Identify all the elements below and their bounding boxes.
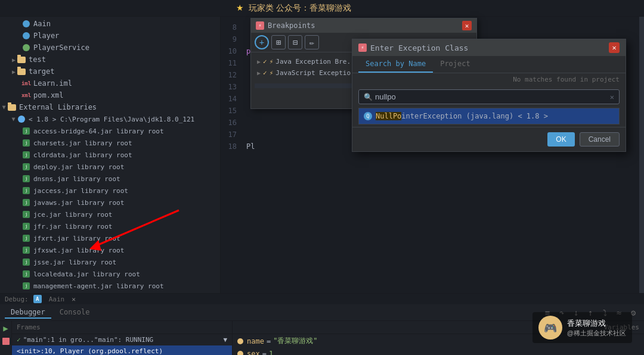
exc-search-input[interactable] bbox=[375, 92, 610, 101]
sidebar-item-jar-5[interactable]: j dnsns.jar library root bbox=[0, 173, 220, 185]
exc-result-item-0[interactable]: Q NullPointerException (java.lang) < 1.8… bbox=[359, 108, 619, 124]
debug-label: Debug: bbox=[5, 295, 29, 303]
exc-ok-button[interactable]: OK bbox=[547, 132, 574, 147]
scroll-indicator[interactable] bbox=[639, 17, 644, 293]
tab-console[interactable]: Console bbox=[54, 307, 96, 319]
exc-search-box: 🔍 ✕ bbox=[358, 89, 620, 104]
bp-config-btn1[interactable]: ⊞ bbox=[271, 35, 286, 49]
jar-icon11: j bbox=[21, 245, 31, 255]
bp-check-icon1: ✓ bbox=[263, 69, 267, 77]
var-val-0: "香菜聊游戏" bbox=[273, 336, 317, 346]
bp-config-btn2[interactable]: ⊟ bbox=[288, 35, 302, 49]
frame-label-0: "main":1 in gro..."main": RUNNING bbox=[23, 336, 154, 344]
sidebar-item-pom-xml[interactable]: xml pom.xml bbox=[0, 89, 220, 101]
jar-icon9: j bbox=[21, 222, 31, 231]
jar-icon4: j bbox=[21, 162, 31, 172]
sidebar-item-test[interactable]: ▶ test bbox=[0, 54, 220, 66]
exc-dialog-icon: ⚡ bbox=[358, 43, 367, 52]
session-close-icon[interactable]: ✕ bbox=[72, 295, 76, 303]
exc-tab-search[interactable]: Search by Name bbox=[358, 56, 433, 73]
chevron-down-icon: ▶ bbox=[1, 105, 8, 109]
exc-clear-button[interactable]: ✕ bbox=[610, 93, 614, 101]
var-name-1: sex bbox=[247, 350, 260, 355]
class-blue-icon bbox=[21, 19, 31, 29]
add-breakpoint-button[interactable]: + bbox=[255, 35, 269, 49]
star-icon: ★ bbox=[236, 3, 244, 13]
jar-icon8: j bbox=[21, 210, 31, 219]
jar-icon5: j bbox=[21, 174, 31, 183]
sidebar-item-jar-8[interactable]: j jce.jar library root bbox=[0, 208, 220, 220]
sidebar-item-jar-14[interactable]: j management-agent.jar library root bbox=[0, 280, 220, 292]
sidebar-tree: Aain Player PlayerService ▶ test ▶ targe… bbox=[0, 17, 220, 293]
debug-session-name: Aain bbox=[49, 295, 65, 303]
jar-icon1: j bbox=[21, 126, 31, 136]
exc-result-icon: Q bbox=[364, 112, 372, 120]
exc-rest-text: interException (java.lang) < 1.8 > bbox=[401, 112, 548, 120]
class-blue-icon2 bbox=[21, 31, 31, 41]
sidebar-item-aain[interactable]: Aain bbox=[0, 18, 220, 30]
sidebar-item-jar-12[interactable]: j jsse.jar library root bbox=[0, 256, 220, 268]
jar-icon10: j bbox=[21, 233, 31, 243]
sidebar-item-jar-11[interactable]: j jfxswt.jar library root bbox=[0, 244, 220, 256]
frame-item-1[interactable]: <init>:10, Player (org.pdool.reflect) bbox=[12, 345, 232, 355]
sidebar-item-jar-7[interactable]: j javaws.jar library root bbox=[0, 197, 220, 208]
sidebar-item-player[interactable]: Player bbox=[0, 30, 220, 42]
watermark-name: 香菜聊游戏 bbox=[567, 318, 626, 329]
exception-dialog: ⚡ Enter Exception Class ✕ Search by Name… bbox=[352, 39, 626, 152]
chevron-right-icon: ▶ bbox=[12, 57, 16, 63]
chevron-right-icon2: ▶ bbox=[12, 68, 16, 75]
jar-icon6: j bbox=[21, 186, 31, 195]
xml-icon: xml bbox=[21, 91, 31, 100]
exc-cancel-button[interactable]: Cancel bbox=[580, 132, 620, 147]
frames-panel: Frames ✓ "main":1 in gro..."main": RUNNI… bbox=[12, 321, 233, 355]
exc-title-bar: ⚡ Enter Exception Class ✕ bbox=[352, 39, 626, 56]
watermark-avatar: 🎮 bbox=[538, 316, 562, 340]
bp-config-btn3[interactable]: ✏ bbox=[305, 35, 319, 49]
bp-title-left: ⚡ Breakpoints bbox=[256, 21, 315, 30]
sidebar-item-target[interactable]: ▶ target bbox=[0, 66, 220, 77]
resume-icon[interactable]: ▶ bbox=[1, 323, 11, 333]
sidebar-item-jar-9[interactable]: j jfr.jar library root bbox=[0, 220, 220, 232]
sidebar-item-ext-libs[interactable]: ▶ External Libraries bbox=[0, 101, 220, 113]
sidebar-item-playerservice[interactable]: PlayerService bbox=[0, 42, 220, 54]
watermark-sub: @稀土掘金技术社区 bbox=[567, 329, 626, 338]
sidebar-item-learn-iml[interactable]: iml Learn.iml bbox=[0, 77, 220, 89]
frames-header: Frames bbox=[12, 321, 232, 334]
bp-title-text: Breakpoints bbox=[268, 21, 315, 30]
sidebar-item-jdk[interactable]: ▶ < 1.8 > C:\Program Files\Java\jdk1.8.0… bbox=[0, 113, 220, 125]
dropdown-icon[interactable]: ▼ bbox=[223, 336, 227, 344]
exc-footer: OK Cancel bbox=[352, 127, 626, 151]
bp-item-label-1: JavaScript Exceptio... bbox=[275, 69, 363, 77]
bp-close-button[interactable]: ✕ bbox=[462, 21, 472, 30]
search-icon: 🔍 bbox=[364, 93, 373, 101]
jar-icon14: j bbox=[21, 281, 31, 291]
var-bullet-icon bbox=[237, 338, 243, 344]
bp-icon: ⚡ bbox=[256, 21, 264, 30]
top-bar: ★ 玩家类 公众号：香菜聊游戏 bbox=[0, 0, 644, 17]
folder-icon2 bbox=[17, 67, 26, 76]
bp-arrow-icon0: ▶ bbox=[257, 58, 261, 65]
sidebar-item-jar-6[interactable]: j jaccess.jar library root bbox=[0, 185, 220, 197]
exc-close-button[interactable]: ✕ bbox=[609, 42, 620, 53]
sidebar-item-jar-2[interactable]: j charsets.jar library root bbox=[0, 137, 220, 149]
chevron-down-icon2: ▶ bbox=[11, 117, 17, 121]
exc-tabs: Search by Name Project bbox=[352, 56, 626, 73]
sidebar-item-jar-4[interactable]: j deploy.jar library root bbox=[0, 161, 220, 173]
watermark: 🎮 香菜聊游戏 @稀土掘金技术社区 bbox=[532, 312, 632, 343]
sidebar-item-jar-3[interactable]: j cldrdata.jar library root bbox=[0, 149, 220, 161]
sidebar-item-jar-10[interactable]: j jfxrt.jar library root bbox=[0, 232, 220, 244]
frame-item-0[interactable]: ✓ "main":1 in gro..."main": RUNNING ▼ bbox=[12, 334, 232, 345]
exc-title-left: ⚡ Enter Exception Class bbox=[358, 43, 468, 52]
sidebar-item-jar-1[interactable]: j access-bridge-64.jar library root bbox=[0, 125, 220, 137]
tab-debugger[interactable]: Debugger bbox=[5, 307, 51, 319]
exc-tab-project[interactable]: Project bbox=[433, 56, 478, 73]
bp-arrow-icon1: ▶ bbox=[257, 70, 261, 76]
jar-icon3: j bbox=[21, 150, 31, 160]
frame-label-1: <init>:10, Player (org.pdool.reflect) bbox=[17, 347, 163, 355]
class-green-icon bbox=[21, 43, 31, 52]
watermark-text-block: 香菜聊游戏 @稀土掘金技术社区 bbox=[567, 318, 626, 338]
lib-icon bbox=[17, 114, 26, 124]
exc-result-list: Q NullPointerException (java.lang) < 1.8… bbox=[358, 108, 620, 124]
stop-icon[interactable] bbox=[1, 337, 11, 346]
sidebar-item-jar-13[interactable]: j localedata.jar library root bbox=[0, 268, 220, 280]
